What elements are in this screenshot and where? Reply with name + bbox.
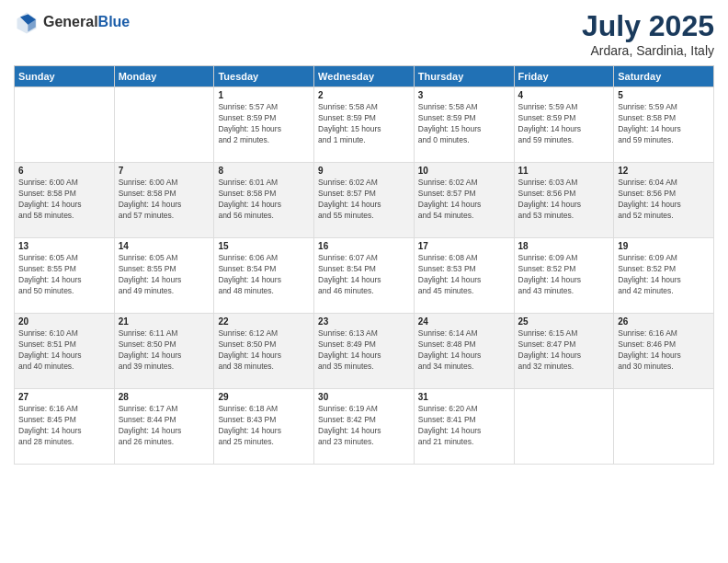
table-cell: 15Sunrise: 6:06 AM Sunset: 8:54 PM Dayli… <box>214 238 314 314</box>
table-cell: 4Sunrise: 5:59 AM Sunset: 8:59 PM Daylig… <box>514 87 614 163</box>
table-cell <box>15 87 115 163</box>
day-info: Sunrise: 6:02 AM Sunset: 8:57 PM Dayligh… <box>418 178 510 222</box>
table-cell: 31Sunrise: 6:20 AM Sunset: 8:41 PM Dayli… <box>414 389 514 465</box>
day-number: 20 <box>18 316 110 327</box>
day-info: Sunrise: 6:06 AM Sunset: 8:54 PM Dayligh… <box>218 253 310 297</box>
day-number: 12 <box>618 166 710 176</box>
week-row-1: 1Sunrise: 5:57 AM Sunset: 8:59 PM Daylig… <box>15 87 714 163</box>
day-number: 11 <box>518 166 610 176</box>
title-block: July 2025 Ardara, Sardinia, Italy <box>582 9 714 58</box>
day-number: 29 <box>218 392 310 402</box>
table-cell <box>114 87 214 163</box>
day-number: 3 <box>418 90 510 100</box>
day-number: 15 <box>218 241 310 251</box>
table-cell: 12Sunrise: 6:04 AM Sunset: 8:56 PM Dayli… <box>614 163 714 238</box>
day-info: Sunrise: 6:00 AM Sunset: 8:58 PM Dayligh… <box>119 178 210 222</box>
location: Ardara, Sardinia, Italy <box>582 43 714 58</box>
col-sunday: Sunday <box>15 66 115 87</box>
col-tuesday: Tuesday <box>214 66 314 87</box>
day-info: Sunrise: 6:08 AM Sunset: 8:53 PM Dayligh… <box>418 253 510 297</box>
day-info: Sunrise: 6:20 AM Sunset: 8:41 PM Dayligh… <box>418 404 510 448</box>
day-info: Sunrise: 6:02 AM Sunset: 8:57 PM Dayligh… <box>318 178 410 222</box>
day-info: Sunrise: 6:14 AM Sunset: 8:48 PM Dayligh… <box>418 328 510 373</box>
day-number: 1 <box>218 90 310 100</box>
table-cell: 17Sunrise: 6:08 AM Sunset: 8:53 PM Dayli… <box>414 238 514 314</box>
day-number: 23 <box>318 316 410 327</box>
day-number: 21 <box>119 316 210 327</box>
col-monday: Monday <box>114 66 214 87</box>
day-info: Sunrise: 5:59 AM Sunset: 8:59 PM Dayligh… <box>518 102 610 146</box>
day-info: Sunrise: 6:00 AM Sunset: 8:58 PM Dayligh… <box>18 178 110 222</box>
day-info: Sunrise: 5:59 AM Sunset: 8:58 PM Dayligh… <box>618 102 710 146</box>
table-cell <box>514 389 614 465</box>
day-number: 26 <box>618 316 710 327</box>
table-cell: 2Sunrise: 5:58 AM Sunset: 8:59 PM Daylig… <box>314 87 415 163</box>
col-thursday: Thursday <box>414 66 514 87</box>
table-cell: 26Sunrise: 6:16 AM Sunset: 8:46 PM Dayli… <box>614 314 714 389</box>
day-info: Sunrise: 6:04 AM Sunset: 8:56 PM Dayligh… <box>618 178 710 222</box>
table-cell: 10Sunrise: 6:02 AM Sunset: 8:57 PM Dayli… <box>414 163 514 238</box>
table-cell: 14Sunrise: 6:05 AM Sunset: 8:55 PM Dayli… <box>114 238 214 314</box>
day-info: Sunrise: 6:05 AM Sunset: 8:55 PM Dayligh… <box>119 253 210 297</box>
table-cell: 30Sunrise: 6:19 AM Sunset: 8:42 PM Dayli… <box>314 389 415 465</box>
day-number: 28 <box>119 392 210 402</box>
col-saturday: Saturday <box>614 66 714 87</box>
day-number: 6 <box>18 166 110 176</box>
week-row-3: 13Sunrise: 6:05 AM Sunset: 8:55 PM Dayli… <box>15 238 714 314</box>
header-row: Sunday Monday Tuesday Wednesday Thursday… <box>15 66 714 87</box>
table-cell: 13Sunrise: 6:05 AM Sunset: 8:55 PM Dayli… <box>15 238 115 314</box>
day-number: 5 <box>618 90 710 100</box>
table-cell: 1Sunrise: 5:57 AM Sunset: 8:59 PM Daylig… <box>214 87 314 163</box>
calendar-header: GeneralBlue July 2025 Ardara, Sardinia, … <box>14 9 714 58</box>
table-cell: 3Sunrise: 5:58 AM Sunset: 8:59 PM Daylig… <box>414 87 514 163</box>
table-cell: 25Sunrise: 6:15 AM Sunset: 8:47 PM Dayli… <box>514 314 614 389</box>
table-cell: 5Sunrise: 5:59 AM Sunset: 8:58 PM Daylig… <box>614 87 714 163</box>
week-row-2: 6Sunrise: 6:00 AM Sunset: 8:58 PM Daylig… <box>15 163 714 238</box>
logo-general: General <box>43 14 98 29</box>
table-cell: 16Sunrise: 6:07 AM Sunset: 8:54 PM Dayli… <box>314 238 415 314</box>
day-number: 9 <box>318 166 410 176</box>
table-cell: 18Sunrise: 6:09 AM Sunset: 8:52 PM Dayli… <box>514 238 614 314</box>
day-info: Sunrise: 6:18 AM Sunset: 8:43 PM Dayligh… <box>218 404 310 448</box>
table-cell: 21Sunrise: 6:11 AM Sunset: 8:50 PM Dayli… <box>114 314 214 389</box>
day-info: Sunrise: 6:17 AM Sunset: 8:44 PM Dayligh… <box>119 404 210 448</box>
month-title: July 2025 <box>582 9 714 43</box>
day-number: 24 <box>418 316 510 327</box>
day-info: Sunrise: 6:13 AM Sunset: 8:49 PM Dayligh… <box>318 328 410 373</box>
table-cell: 28Sunrise: 6:17 AM Sunset: 8:44 PM Dayli… <box>114 389 214 465</box>
day-info: Sunrise: 6:09 AM Sunset: 8:52 PM Dayligh… <box>618 253 710 297</box>
day-number: 8 <box>218 166 310 176</box>
day-number: 7 <box>119 166 210 176</box>
day-number: 14 <box>119 241 210 251</box>
day-number: 10 <box>418 166 510 176</box>
day-number: 22 <box>218 316 310 327</box>
day-info: Sunrise: 6:07 AM Sunset: 8:54 PM Dayligh… <box>318 253 410 297</box>
table-cell: 22Sunrise: 6:12 AM Sunset: 8:50 PM Dayli… <box>214 314 314 389</box>
table-cell: 11Sunrise: 6:03 AM Sunset: 8:56 PM Dayli… <box>514 163 614 238</box>
day-number: 19 <box>618 241 710 251</box>
day-info: Sunrise: 6:16 AM Sunset: 8:46 PM Dayligh… <box>618 328 710 373</box>
day-number: 18 <box>518 241 610 251</box>
day-info: Sunrise: 5:57 AM Sunset: 8:59 PM Dayligh… <box>218 102 310 146</box>
col-friday: Friday <box>514 66 614 87</box>
day-info: Sunrise: 6:16 AM Sunset: 8:45 PM Dayligh… <box>18 404 110 448</box>
table-cell: 8Sunrise: 6:01 AM Sunset: 8:58 PM Daylig… <box>214 163 314 238</box>
day-number: 17 <box>418 241 510 251</box>
week-row-4: 20Sunrise: 6:10 AM Sunset: 8:51 PM Dayli… <box>15 314 714 389</box>
day-info: Sunrise: 6:03 AM Sunset: 8:56 PM Dayligh… <box>518 178 610 222</box>
table-cell: 6Sunrise: 6:00 AM Sunset: 8:58 PM Daylig… <box>15 163 115 238</box>
table-cell: 19Sunrise: 6:09 AM Sunset: 8:52 PM Dayli… <box>614 238 714 314</box>
day-info: Sunrise: 6:09 AM Sunset: 8:52 PM Dayligh… <box>518 253 610 297</box>
day-info: Sunrise: 5:58 AM Sunset: 8:59 PM Dayligh… <box>418 102 510 146</box>
col-wednesday: Wednesday <box>314 66 415 87</box>
day-info: Sunrise: 6:10 AM Sunset: 8:51 PM Dayligh… <box>18 328 110 373</box>
day-number: 16 <box>318 241 410 251</box>
table-cell: 20Sunrise: 6:10 AM Sunset: 8:51 PM Dayli… <box>15 314 115 389</box>
logo-blue: Blue <box>98 14 131 29</box>
table-cell: 24Sunrise: 6:14 AM Sunset: 8:48 PM Dayli… <box>414 314 514 389</box>
calendar-table: Sunday Monday Tuesday Wednesday Thursday… <box>14 65 714 465</box>
table-cell: 27Sunrise: 6:16 AM Sunset: 8:45 PM Dayli… <box>15 389 115 465</box>
day-info: Sunrise: 5:58 AM Sunset: 8:59 PM Dayligh… <box>318 102 410 146</box>
day-info: Sunrise: 6:11 AM Sunset: 8:50 PM Dayligh… <box>119 328 210 373</box>
day-number: 2 <box>318 90 410 100</box>
